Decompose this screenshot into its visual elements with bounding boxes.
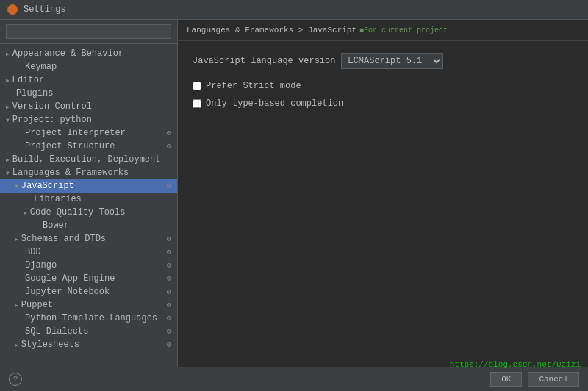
sidebar-item-languages-frameworks[interactable]: ▼Languages & Frameworks — [0, 166, 177, 179]
gear-icon: ⚙ — [167, 301, 171, 309]
sidebar-item-editor[interactable]: ▶Editor — [0, 73, 177, 87]
gear-icon: ⚙ — [167, 287, 171, 296]
sidebar-item-django[interactable]: Django⚙ — [0, 259, 177, 272]
arrow-icon: ▶ — [6, 77, 10, 84]
search-input[interactable] — [6, 24, 171, 39]
title-text: Settings — [24, 4, 66, 15]
sidebar-item-plugins[interactable]: Plugins — [0, 87, 177, 100]
gear-icon: ⚙ — [167, 327, 171, 336]
sidebar-item-project-python[interactable]: ▼Project: python — [0, 113, 177, 126]
sidebar-label-plugins: Plugins — [6, 88, 53, 98]
nav-item-label: Google App Engine — [25, 273, 115, 284]
watermark: https://blog.csdn.net/Uzizi — [450, 360, 581, 369]
sidebar-label-sql-dialects: SQL Dialects — [15, 326, 88, 337]
sidebar-label-google-app-engine: Google App Engine — [15, 273, 115, 284]
prefer-strict-row: Prefer Strict mode — [193, 81, 573, 91]
ok-button[interactable]: OK — [490, 372, 522, 387]
gear-icon: ⚙ — [167, 261, 171, 270]
nav-item-label: Libraries — [34, 194, 82, 204]
sidebar-item-version-control[interactable]: ▶Version Control — [0, 100, 177, 113]
nav-item-label: Jupyter Notebook — [25, 287, 110, 297]
sidebar-item-jupyter-notebook[interactable]: Jupyter Notebook⚙ — [0, 285, 177, 298]
sidebar-item-project-structure[interactable]: Project Structure⚙ — [0, 140, 177, 153]
sidebar-item-python-template-languages[interactable]: Python Template Languages⚙ — [0, 312, 177, 325]
sidebar-label-javascript: ▼JavaScript — [15, 181, 74, 191]
sidebar-label-languages-frameworks: ▼Languages & Frameworks — [6, 168, 129, 178]
content-body: JavaScript language version ECMAScript 5… — [178, 41, 588, 367]
nav-item-label: Build, Execution, Deployment — [12, 154, 161, 165]
sidebar-item-javascript[interactable]: ▼JavaScript⚙ — [0, 179, 177, 193]
main-container: ▶Appearance & BehaviorKeymap▶EditorPlugi… — [0, 20, 588, 367]
prefer-strict-checkbox[interactable] — [193, 82, 201, 90]
nav-item-label: Keymap — [25, 62, 57, 72]
sidebar-item-build-execution[interactable]: ▶Build, Execution, Deployment — [0, 153, 177, 166]
sidebar-label-puppet: ▶Puppet — [15, 300, 53, 310]
sidebar-item-bower[interactable]: Bower — [0, 219, 177, 232]
sidebar-label-django: Django — [15, 260, 57, 270]
title-icon — [7, 4, 18, 15]
sidebar-item-bdd[interactable]: BDD⚙ — [0, 245, 177, 259]
arrow-icon: ▶ — [6, 157, 10, 163]
sidebar-label-project-structure: Project Structure — [15, 141, 115, 151]
sidebar-label-bdd: BDD — [15, 247, 41, 257]
lang-version-label: JavaScript language version — [193, 56, 335, 66]
arrow-icon: ▼ — [6, 117, 10, 123]
sidebar-label-project-python: ▼Project: python — [6, 115, 92, 125]
arrow-icon: ▶ — [15, 302, 18, 309]
arrow-icon: ▶ — [15, 236, 18, 243]
nav-item-label: Project Structure — [25, 141, 115, 151]
sidebar-label-libraries: Libraries — [24, 194, 82, 204]
nav-item-label: Django — [25, 260, 57, 270]
arrow-icon: ▶ — [15, 342, 18, 348]
gear-icon: ⚙ — [167, 234, 171, 243]
gear-icon: ⚙ — [167, 248, 171, 257]
nav-item-label: JavaScript — [21, 181, 74, 191]
cancel-button[interactable]: Cancel — [528, 372, 579, 387]
nav-item-label: SQL Dialects — [25, 326, 88, 337]
search-bar — [0, 20, 177, 44]
sidebar-item-stylesheets[interactable]: ▶Stylesheets⚙ — [0, 338, 177, 351]
sidebar-item-schemas-dtds[interactable]: ▶Schemas and DTDs⚙ — [0, 232, 177, 245]
arrow-icon: ▶ — [24, 209, 27, 216]
lang-version-select[interactable]: ECMAScript 5.1ECMAScript 6ECMAScript 201… — [341, 53, 443, 69]
nav-item-label: Version Control — [12, 101, 92, 112]
gear-icon: ⚙ — [167, 314, 171, 323]
footer-left: ? — [9, 373, 484, 386]
sidebar-label-stylesheets: ▶Stylesheets — [15, 340, 79, 350]
sidebar-label-project-interpreter: Project Interpreter — [15, 128, 126, 138]
nav-item-label: Project: python — [12, 115, 92, 125]
sidebar-nav: ▶Appearance & BehaviorKeymap▶EditorPlugi… — [0, 44, 177, 367]
sidebar-label-python-template-languages: Python Template Languages — [15, 313, 157, 323]
gear-icon: ⚙ — [167, 182, 171, 190]
sidebar-label-schemas-dtds: ▶Schemas and DTDs — [15, 234, 106, 244]
footer-right: OK Cancel — [490, 372, 579, 387]
nav-item-label: BDD — [25, 247, 41, 257]
sidebar-item-code-quality-tools[interactable]: ▶Code Quality Tools — [0, 206, 177, 219]
nav-item-label: Appearance & Behavior — [12, 49, 123, 59]
help-button[interactable]: ? — [9, 373, 22, 386]
nav-item-label: Bower — [43, 220, 69, 231]
breadcrumb-bar: Languages & Frameworks > JavaScript ■For… — [178, 20, 588, 41]
only-type-based-checkbox[interactable] — [193, 99, 201, 108]
sidebar-item-libraries[interactable]: Libraries — [0, 193, 177, 206]
arrow-icon: ▶ — [6, 104, 10, 110]
nav-item-label: Puppet — [21, 300, 53, 310]
sidebar-label-editor: ▶Editor — [6, 75, 44, 85]
sidebar-item-puppet[interactable]: ▶Puppet⚙ — [0, 298, 177, 312]
project-tag: ■For current project — [359, 26, 448, 35]
lang-version-row: JavaScript language version ECMAScript 5… — [193, 53, 573, 69]
nav-item-label: Project Interpreter — [25, 128, 126, 138]
title-bar: Settings — [0, 0, 588, 20]
sidebar-item-google-app-engine[interactable]: Google App Engine⚙ — [0, 272, 177, 285]
sidebar-label-build-execution: ▶Build, Execution, Deployment — [6, 154, 160, 165]
type-based-row: Only type-based completion — [193, 98, 573, 109]
prefer-strict-label[interactable]: Prefer Strict mode — [206, 81, 301, 91]
nav-item-label: Plugins — [16, 88, 53, 98]
sidebar-item-appearance[interactable]: ▶Appearance & Behavior — [0, 47, 177, 60]
sidebar-item-keymap[interactable]: Keymap — [0, 60, 177, 73]
nav-item-label: Languages & Frameworks — [12, 168, 129, 178]
sidebar-item-project-interpreter[interactable]: Project Interpreter⚙ — [0, 126, 177, 140]
arrow-icon: ▼ — [15, 183, 18, 190]
sidebar-item-sql-dialects[interactable]: SQL Dialects⚙ — [0, 325, 177, 338]
only-type-based-label[interactable]: Only type-based completion — [206, 98, 343, 109]
